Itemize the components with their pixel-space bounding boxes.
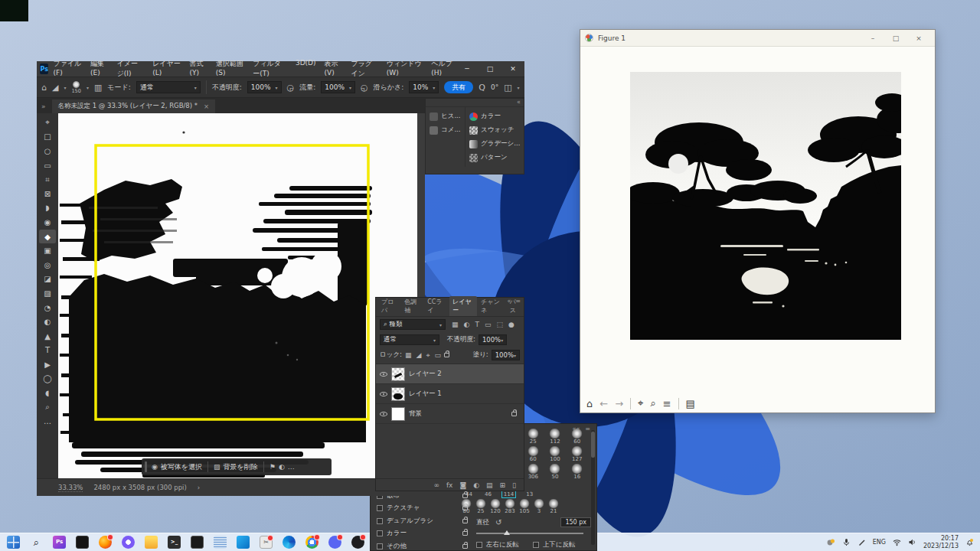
document-tab[interactable]: 名称未設定 1 @ 33.3% (レイヤー 2, RGB/8) * ×: [52, 99, 216, 113]
panel-tab[interactable]: 色調補: [401, 296, 423, 316]
brush-option-row[interactable]: カラー: [377, 530, 472, 538]
layer-effects-icon[interactable]: fx: [446, 481, 453, 489]
flow-dropdown[interactable]: 100%▾: [321, 81, 355, 93]
blur-tool[interactable]: ◔: [39, 301, 56, 315]
file-explorer-icon[interactable]: [145, 536, 158, 549]
gradient-tool[interactable]: ▨: [39, 286, 56, 301]
close-button[interactable]: ✕: [501, 65, 524, 73]
lock-option-icon[interactable]: ▭: [434, 351, 441, 360]
tab-overflow-icon[interactable]: »: [37, 103, 52, 113]
checkbox[interactable]: [377, 543, 383, 549]
select-subject-button[interactable]: 被写体を選択: [161, 462, 202, 472]
layer-thumbnail[interactable]: [391, 367, 405, 381]
lock-icon[interactable]: [462, 494, 468, 498]
lasso-tool[interactable]: ○: [39, 144, 56, 158]
sep2[interactable]: [678, 398, 679, 409]
color-panel-button[interactable]: カラー: [467, 110, 522, 122]
status-chevron-icon[interactable]: ›: [198, 484, 200, 491]
brush-size-label[interactable]: 46: [483, 491, 493, 497]
language-indicator[interactable]: ENG: [873, 539, 886, 546]
layer-name[interactable]: レイヤー 2: [409, 370, 442, 379]
subplots-icon[interactable]: ≡: [663, 398, 671, 409]
layer-row-layer2[interactable]: レイヤー 2: [376, 364, 524, 384]
brush-preset[interactable]: 105: [519, 499, 530, 514]
microphone-icon[interactable]: [842, 538, 851, 546]
zoom-level[interactable]: 33.33%: [58, 484, 83, 492]
blend-mode-dropdown[interactable]: 通常▾: [380, 334, 439, 345]
layer-row-layer1[interactable]: レイヤー 1: [376, 384, 524, 404]
minimize-button[interactable]: –: [861, 34, 884, 42]
tab-close-icon[interactable]: ×: [204, 103, 209, 110]
snipping-tool-icon[interactable]: ✂: [260, 536, 273, 549]
brush-preset[interactable]: 100: [546, 446, 565, 462]
save-icon[interactable]: ▤: [686, 398, 695, 409]
panel-tab[interactable]: レイヤー: [449, 296, 477, 316]
shape-tool[interactable]: ◯: [39, 372, 56, 386]
patterns-panel-button[interactable]: パターン: [467, 152, 522, 164]
layer-name[interactable]: レイヤー 1: [409, 390, 442, 399]
brush-preset[interactable]: 112: [546, 429, 565, 445]
terminal-icon[interactable]: >_: [168, 536, 181, 549]
brush-preset[interactable]: 16: [567, 464, 586, 480]
discord-icon[interactable]: [328, 536, 341, 549]
opacity-dropdown[interactable]: 100%▾: [479, 334, 507, 345]
diameter-slider[interactable]: [476, 533, 583, 534]
home-icon[interactable]: ⌂: [41, 83, 47, 93]
pen-icon[interactable]: [858, 538, 866, 546]
visibility-eye-icon[interactable]: [380, 372, 387, 377]
brush-preset[interactable]: 25: [475, 499, 486, 514]
chrome-icon[interactable]: [305, 536, 318, 549]
lock-icon[interactable]: [462, 506, 468, 510]
filter-type-icon[interactable]: ◐: [464, 321, 470, 328]
filter-type-icon[interactable]: ▭: [485, 321, 492, 328]
checkbox[interactable]: [377, 505, 383, 511]
opacity-dropdown[interactable]: 100%▾: [247, 81, 282, 93]
brush-option-row[interactable]: デュアルブラシ: [377, 517, 472, 525]
zoom-icon[interactable]: ⌕: [650, 397, 655, 409]
brush-preset[interactable]: 127: [567, 446, 586, 462]
crop-tool[interactable]: ⌗: [39, 172, 56, 187]
checkbox[interactable]: [377, 518, 383, 524]
wifi-icon[interactable]: [893, 538, 901, 546]
media-app-icon[interactable]: [351, 536, 364, 549]
clipchamp-icon[interactable]: [122, 536, 135, 549]
lock-icon[interactable]: [462, 544, 468, 549]
lock-icon[interactable]: [462, 531, 468, 536]
checkbox[interactable]: [377, 530, 383, 536]
pressure-opacity-icon[interactable]: ◶: [287, 83, 295, 93]
forward-icon[interactable]: →: [615, 398, 623, 409]
brush-preset[interactable]: 60: [524, 446, 543, 462]
tools-more[interactable]: …: [39, 414, 56, 429]
panel-scrollbar[interactable]: [591, 430, 595, 545]
filter-type-icon[interactable]: ●: [508, 321, 514, 328]
eraser-tool[interactable]: ◪: [39, 272, 56, 287]
notepad-icon[interactable]: [214, 536, 227, 549]
lock-icon[interactable]: [462, 519, 468, 523]
maximize-button[interactable]: □: [479, 65, 501, 73]
remove-background-button[interactable]: 背景を削除: [224, 462, 258, 472]
layer-row-background[interactable]: 背景: [376, 404, 524, 424]
back-icon[interactable]: ←: [599, 398, 608, 409]
brush-angle-value[interactable]: 0°: [491, 83, 498, 91]
filter-type-icon[interactable]: T: [475, 321, 479, 328]
start-button[interactable]: [7, 536, 20, 549]
tray-app-icon[interactable]: [827, 538, 835, 546]
brush-preset[interactable]: 21: [548, 499, 559, 514]
vscode-icon[interactable]: [237, 536, 250, 549]
taskbar-clock[interactable]: 20:17 2023/12/13: [923, 535, 959, 550]
figure-titlebar[interactable]: Figure 1 – □ ×: [580, 30, 935, 47]
filter-type-icon[interactable]: ▦: [452, 321, 459, 328]
panel-tab[interactable]: CCライ: [424, 296, 449, 316]
smoothing-dropdown[interactable]: 10%▾: [409, 81, 439, 93]
reset-icon[interactable]: ↺: [495, 518, 501, 527]
fill-dropdown[interactable]: 100%▾: [492, 350, 520, 360]
brush-preset[interactable]: 3: [534, 499, 544, 514]
brush-size-label[interactable]: 114: [502, 491, 515, 497]
visibility-eye-icon[interactable]: [380, 392, 387, 396]
brush-preset[interactable]: 283: [505, 499, 515, 514]
lock-option-icon[interactable]: ◢: [416, 351, 421, 360]
panel-tab[interactable]: チャンネ: [478, 296, 505, 316]
drag-grip[interactable]: [145, 461, 147, 472]
speaker-icon[interactable]: [908, 538, 916, 546]
comments-panel-button[interactable]: コメ...: [427, 124, 463, 136]
